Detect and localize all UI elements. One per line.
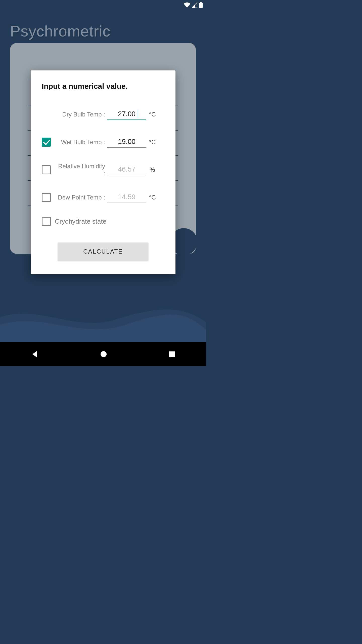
row-dry-bulb: Dry Bulb Temp : °C — [42, 101, 164, 128]
dry-bulb-label: Dry Bulb Temp : — [55, 111, 105, 118]
dew-point-checkbox[interactable] — [42, 193, 51, 202]
dialog-title: Input a numerical value. — [42, 82, 164, 91]
svg-rect-3 — [169, 351, 175, 357]
dew-point-input[interactable] — [107, 192, 146, 203]
svg-rect-1 — [199, 3, 203, 8]
input-dialog: Input a numerical value. Dry Bulb Temp :… — [31, 70, 175, 274]
dew-point-label: Dew Point Temp : — [55, 194, 105, 201]
dry-bulb-unit: °C — [146, 111, 158, 118]
app-title: Psychrometric — [10, 22, 196, 40]
dew-point-unit: °C — [146, 194, 158, 201]
text-cursor — [138, 109, 138, 117]
rel-humidity-checkbox[interactable] — [42, 165, 51, 174]
svg-point-2 — [101, 351, 107, 357]
wet-bulb-label: Wet Bulb Temp : — [55, 139, 105, 146]
svg-rect-0 — [200, 2, 202, 3]
dry-bulb-input[interactable] — [107, 109, 146, 120]
wet-bulb-input[interactable] — [107, 137, 146, 148]
rel-humidity-label: Relative Humidity : — [55, 163, 105, 177]
row-cryohydrate: Cryohydrate state — [42, 211, 164, 231]
row-rel-humidity: Relative Humidity : % — [42, 156, 164, 184]
rel-humidity-input[interactable] — [107, 164, 146, 175]
row-dew-point: Dew Point Temp : °C — [42, 184, 164, 211]
signal-icon — [192, 2, 197, 8]
cryohydrate-checkbox[interactable] — [42, 217, 51, 226]
rel-humidity-unit: % — [146, 166, 158, 173]
calculate-button[interactable]: CALCULATE — [58, 243, 148, 261]
back-icon[interactable] — [30, 350, 39, 358]
battery-icon — [199, 2, 203, 8]
wet-bulb-checkbox[interactable] — [42, 138, 51, 147]
status-bar — [0, 0, 206, 10]
recent-icon[interactable] — [168, 351, 175, 358]
cryohydrate-label: Cryohydrate state — [55, 218, 164, 225]
navigation-bar — [0, 342, 206, 366]
wet-bulb-unit: °C — [146, 139, 158, 146]
row-wet-bulb: Wet Bulb Temp : °C — [42, 128, 164, 156]
home-icon[interactable] — [100, 350, 107, 358]
wave-decoration — [0, 297, 206, 342]
wifi-icon — [184, 2, 190, 8]
